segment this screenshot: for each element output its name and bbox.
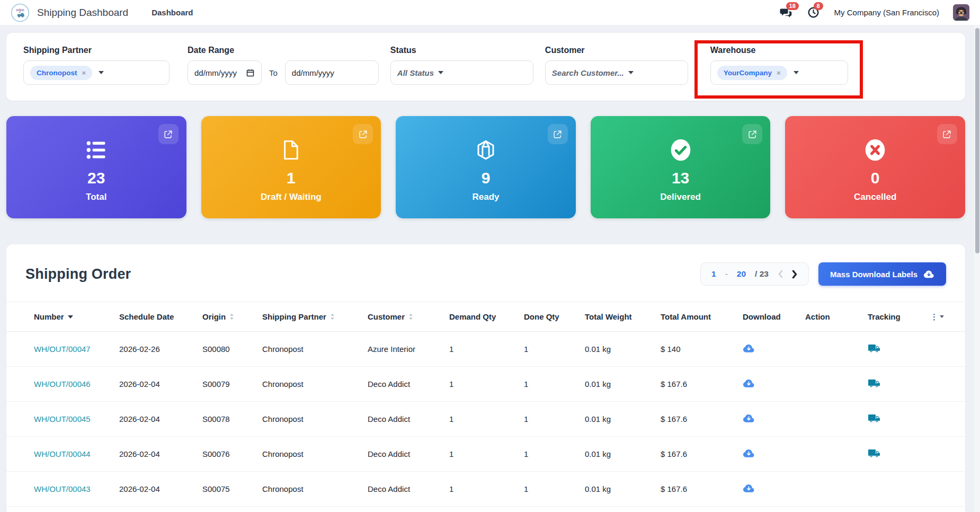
tracking-button[interactable] — [868, 342, 880, 355]
stat-card-cancelled[interactable]: 0 Cancelled — [785, 116, 965, 218]
sort-both-icon — [408, 313, 413, 320]
col-header-done-qty[interactable]: Done Qty — [524, 302, 585, 332]
cell-shipping-partner: Chronopost — [262, 367, 368, 402]
cell-origin: S00078 — [202, 402, 262, 437]
stat-card-draft-waiting[interactable]: 1 Draft / Waiting — [201, 116, 381, 218]
warehouse-select[interactable]: YourCompany × — [710, 60, 848, 85]
customer-select[interactable]: Search Customer... — [545, 60, 688, 85]
external-link-icon — [747, 129, 758, 139]
col-header-customer[interactable]: Customer — [368, 302, 449, 332]
cell-total-weight: 0.01 kg — [585, 332, 661, 367]
download-label-button[interactable] — [743, 412, 755, 425]
cell-customer: Deco Addict — [368, 402, 449, 437]
nav-menu-dashboard[interactable]: Dashboard — [152, 8, 193, 17]
download-label-button[interactable] — [743, 342, 755, 355]
next-page-button[interactable] — [792, 270, 798, 279]
truck-icon — [868, 447, 880, 460]
order-number-link[interactable]: WH/OUT/00045 — [34, 414, 91, 423]
order-number-link[interactable]: WH/OUT/00043 — [34, 484, 91, 493]
page-title: Shipping Dashboard — [37, 7, 128, 19]
date-range-label: Date Range — [188, 46, 379, 55]
filter-date-range: Date Range dd/mm/yyyy To dd/mm/yyyy — [188, 46, 379, 85]
cell-customer: Deco Addict — [368, 472, 449, 507]
pagination: 1 - 20 / 23 — [700, 262, 809, 286]
vertical-scrollbar[interactable] — [974, 25, 980, 512]
mass-download-labels-button[interactable]: Mass Download Labels — [818, 262, 946, 286]
col-header-number[interactable]: Number — [6, 302, 119, 332]
cloud-download-icon — [923, 269, 934, 280]
status-label: Status — [390, 46, 533, 55]
col-header-action: Action — [805, 302, 868, 332]
order-number-link[interactable]: WH/OUT/00044 — [34, 449, 91, 458]
open-external-button[interactable] — [158, 124, 179, 144]
date-from-input[interactable]: dd/mm/yyyy — [188, 60, 262, 85]
cloud-download-icon — [743, 482, 755, 495]
cell-action — [805, 402, 868, 437]
status-select[interactable]: All Status — [390, 60, 533, 85]
cell-schedule-date: 2026-02-26 — [119, 332, 202, 367]
page-start[interactable]: 1 — [711, 269, 716, 279]
filter-status: Status All Status — [390, 46, 533, 85]
cell-done-qty: 1 — [524, 332, 585, 367]
app-logo[interactable]: odoo — [11, 3, 30, 22]
open-external-button[interactable] — [937, 124, 957, 144]
cell-origin: S00076 — [202, 437, 262, 472]
col-header-total-weight[interactable]: Total Weight — [585, 302, 661, 332]
status-value: All Status — [397, 68, 434, 77]
external-link-icon — [942, 129, 952, 139]
cell-action — [805, 437, 868, 472]
order-number-link[interactable]: WH/OUT/00047 — [34, 345, 91, 354]
cell-customer: Azure Interior — [368, 332, 449, 367]
cell-tracking-empty — [868, 472, 930, 507]
remove-tag-icon[interactable]: × — [82, 69, 86, 77]
calendar-icon — [246, 68, 255, 77]
col-header-options[interactable]: ⋮ — [930, 302, 965, 332]
messages-button[interactable]: 18 — [779, 6, 793, 20]
page-end[interactable]: 20 — [737, 269, 746, 279]
cell-customer: Deco Addict — [368, 437, 449, 472]
scrollbar-thumb[interactable] — [975, 28, 979, 253]
stat-card-delivered[interactable]: 13 Delivered — [591, 116, 771, 218]
filter-customer: Customer Search Customer... — [545, 46, 688, 85]
prev-page-button[interactable] — [778, 270, 783, 278]
stat-card-ready[interactable]: 9 Ready — [396, 116, 576, 218]
stat-card-total[interactable]: 23 Total — [6, 116, 186, 218]
check-circle-icon — [669, 137, 692, 163]
open-external-button[interactable] — [742, 124, 762, 144]
col-header-schedule-date[interactable]: Schedule Date — [119, 302, 202, 332]
user-avatar[interactable] — [953, 4, 969, 21]
cell-demand-qty: 1 — [449, 367, 524, 402]
cell-schedule-date: 2026-02-04 — [119, 472, 202, 507]
download-label-button[interactable] — [743, 482, 755, 495]
shipping-partner-select[interactable]: Chronopost × — [23, 60, 170, 85]
col-header-shipping-partner[interactable]: Shipping Partner — [262, 302, 368, 332]
tracking-button[interactable] — [868, 377, 880, 390]
tracking-button[interactable] — [868, 447, 880, 460]
external-link-icon — [358, 129, 368, 139]
download-label-button[interactable] — [743, 447, 755, 460]
cloud-download-icon — [743, 412, 755, 425]
order-number-link[interactable]: WH/OUT/00046 — [34, 379, 91, 389]
col-header-demand-qty[interactable]: Demand Qty — [449, 302, 524, 332]
shipping-partner-tag: Chronopost × — [30, 66, 92, 80]
date-to-input[interactable]: dd/mm/yyyy — [285, 60, 379, 85]
truck-icon — [868, 342, 880, 355]
open-external-button[interactable] — [548, 124, 568, 144]
file-icon — [280, 137, 302, 163]
col-header-total-amount[interactable]: Total Amount — [661, 302, 743, 332]
sort-both-icon — [330, 313, 335, 320]
external-link-icon — [163, 129, 173, 139]
remove-tag-icon[interactable]: × — [777, 69, 781, 77]
download-label-button[interactable] — [743, 377, 755, 390]
column-options-icon[interactable]: ⋮ — [930, 313, 944, 321]
cell-total-amount: $ 164 — [661, 507, 743, 512]
company-switcher[interactable]: My Company (San Francisco) — [834, 8, 939, 17]
odoo-truck-logo-icon: odoo — [11, 3, 30, 22]
chevron-left-icon — [778, 270, 783, 278]
list-icon — [85, 137, 108, 163]
open-external-button[interactable] — [353, 124, 373, 144]
cell-total-amount: $ 140 — [661, 332, 743, 367]
activities-button[interactable]: 8 — [807, 6, 821, 20]
tracking-button[interactable] — [868, 412, 880, 425]
col-header-origin[interactable]: Origin — [202, 302, 262, 332]
